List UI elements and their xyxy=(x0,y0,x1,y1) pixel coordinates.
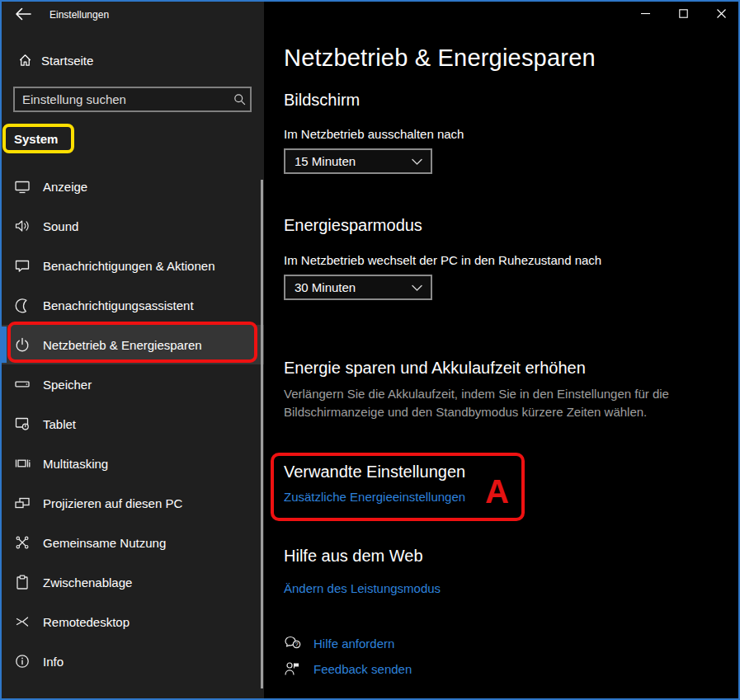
minimize-button[interactable] xyxy=(626,0,664,26)
app-title: Einstellungen xyxy=(49,9,109,21)
annotation-letter-a: A xyxy=(485,473,509,510)
window-controls xyxy=(626,0,740,26)
info-icon xyxy=(14,653,31,669)
sidebar-scrollbar[interactable] xyxy=(261,180,263,688)
help-bubble-icon: ? xyxy=(284,635,302,651)
speaker-icon xyxy=(14,218,31,234)
tablet-icon xyxy=(14,416,31,432)
sidebar-item-label: Zwischenablage xyxy=(43,576,132,590)
sidebar-item-netzbetrieb[interactable]: Netzbetrieb & Energiesparen xyxy=(0,325,264,364)
sleep-timeout-value: 30 Minuten xyxy=(295,280,356,294)
sidebar-item-label: Remotedesktop xyxy=(43,615,130,629)
battery-section-description: Verlängern Sie die Akkulaufzeit, indem S… xyxy=(284,385,678,421)
sidebar-item-label: Multitasking xyxy=(43,457,108,471)
sidebar-home-label: Startseite xyxy=(41,54,93,68)
sidebar-item-zwischenablage[interactable]: Zwischenablage xyxy=(0,562,264,602)
related-section-heading: Verwandte Einstellungen xyxy=(284,463,465,482)
sidebar-item-benachrichtigungsassistent[interactable]: Benachrichtigungsassistent xyxy=(0,285,264,325)
power-icon xyxy=(14,336,31,353)
close-icon xyxy=(717,9,726,18)
remote-desktop-icon xyxy=(14,613,31,630)
sidebar-item-sound[interactable]: Sound xyxy=(0,206,264,246)
page-title: Netzbetrieb & Energiesparen xyxy=(284,45,596,72)
settings-window: Einstellungen Startseite System Anzeige xyxy=(0,0,740,700)
sidebar-item-speicher[interactable]: Speicher xyxy=(0,364,264,404)
chevron-down-icon xyxy=(412,280,422,294)
sidebar-item-remotedesktop[interactable]: Remotedesktop xyxy=(0,602,264,641)
minimize-icon xyxy=(641,9,650,18)
sidebar-item-projizieren[interactable]: Projizieren auf diesen PC xyxy=(0,483,264,523)
sidebar-item-label: Projizieren auf diesen PC xyxy=(43,496,182,510)
clipboard-icon xyxy=(14,574,31,590)
feedback-person-icon xyxy=(284,660,302,677)
sidebar-item-label: Speicher xyxy=(43,378,92,392)
chevron-down-icon xyxy=(412,154,422,168)
system-section-label: System xyxy=(14,132,58,146)
additional-power-settings-link[interactable]: Zusätzliche Energieeinstellungen xyxy=(284,490,465,504)
get-help-label: Hilfe anfordern xyxy=(313,637,394,651)
sidebar-item-anzeige[interactable]: Anzeige xyxy=(0,167,264,206)
send-feedback-link[interactable]: Feedback senden xyxy=(284,660,412,677)
search-icon[interactable] xyxy=(229,92,250,106)
search-input[interactable] xyxy=(15,92,229,106)
share-icon xyxy=(14,534,31,551)
system-section-annotation: System xyxy=(2,124,74,153)
sidebar-item-label: Benachrichtigungen & Aktionen xyxy=(43,259,214,273)
storage-drive-icon xyxy=(14,376,31,392)
sidebar-item-multitasking[interactable]: Multitasking xyxy=(0,444,264,483)
search-box xyxy=(13,87,252,112)
sidebar-item-benachrichtigungen[interactable]: Benachrichtigungen & Aktionen xyxy=(0,246,264,285)
screen-timeout-select[interactable]: 15 Minuten xyxy=(284,148,432,174)
svg-text:?: ? xyxy=(295,641,298,648)
chat-bubble-icon xyxy=(14,257,31,274)
sidebar-nav: Anzeige Sound Benachrichtigungen & Aktio… xyxy=(0,167,264,681)
sidebar-item-label: Gemeinsame Nutzung xyxy=(43,536,166,550)
sleep-timeout-label: Im Netzbetrieb wechselt der PC in den Ru… xyxy=(284,253,601,267)
change-performance-mode-link[interactable]: Ändern des Leistungsmodus xyxy=(284,581,441,595)
moon-icon xyxy=(14,297,31,313)
sleep-section-heading: Energiesparmodus xyxy=(284,216,422,235)
sidebar-item-info[interactable]: Info xyxy=(0,641,264,681)
back-arrow-icon xyxy=(14,7,32,25)
sidebar-item-label: Netzbetrieb & Energiesparen xyxy=(43,338,202,352)
web-help-heading: Hilfe aus dem Web xyxy=(284,547,423,566)
display-icon xyxy=(14,178,31,195)
sidebar: Einstellungen Startseite System Anzeige xyxy=(0,0,264,700)
multitasking-icon xyxy=(14,455,31,472)
project-screens-icon xyxy=(14,495,31,511)
sidebar-item-label: Tablet xyxy=(43,417,76,431)
home-icon xyxy=(17,52,33,71)
screen-section-heading: Bildschirm xyxy=(284,91,360,110)
main-pane: Netzbetrieb & Energiesparen Bildschirm I… xyxy=(264,0,740,700)
close-button[interactable] xyxy=(702,0,740,26)
sidebar-item-tablet[interactable]: Tablet xyxy=(0,404,264,444)
sidebar-item-gemeinsame-nutzung[interactable]: Gemeinsame Nutzung xyxy=(0,523,264,562)
send-feedback-label: Feedback senden xyxy=(313,662,412,676)
maximize-button[interactable] xyxy=(664,0,702,26)
selected-item-accent-bar xyxy=(0,327,7,363)
sidebar-item-label: Sound xyxy=(43,219,78,233)
get-help-link[interactable]: ? Hilfe anfordern xyxy=(284,635,394,651)
screen-timeout-label: Im Netzbetrieb ausschalten nach xyxy=(284,127,464,141)
titlebar: Einstellungen xyxy=(0,0,264,35)
sidebar-item-label: Benachrichtigungsassistent xyxy=(43,298,194,312)
sidebar-item-label: Anzeige xyxy=(43,180,87,194)
sleep-timeout-select[interactable]: 30 Minuten xyxy=(284,275,432,300)
battery-section-heading: Energie sparen und Akkulaufzeit erhöhen xyxy=(284,359,586,378)
sidebar-item-home[interactable]: Startseite xyxy=(0,46,264,74)
screen-timeout-value: 15 Minuten xyxy=(295,154,356,168)
back-button[interactable] xyxy=(12,5,35,26)
sidebar-item-label: Info xyxy=(43,655,64,669)
maximize-icon xyxy=(679,9,688,18)
